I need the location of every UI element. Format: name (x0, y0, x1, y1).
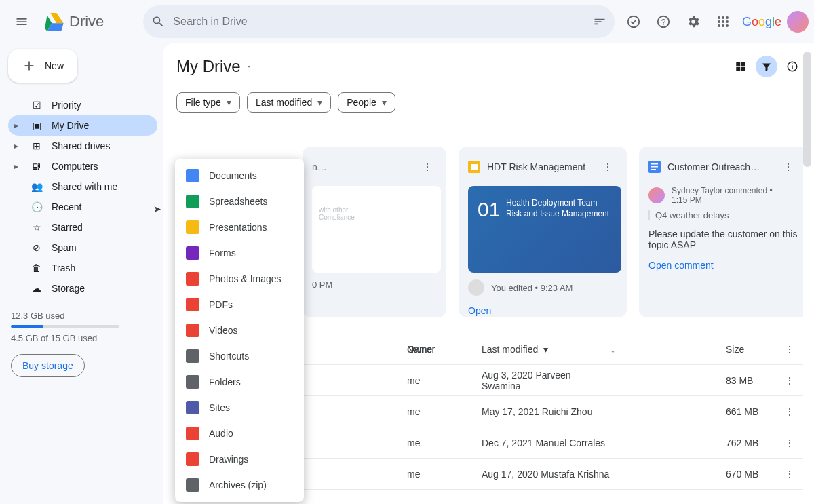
expand-icon: ▸ (11, 161, 22, 171)
filetype-option-archives-zip-[interactable]: Archives (zip) (175, 472, 304, 498)
filetype-option-pdfs[interactable]: PDFs (175, 292, 304, 317)
search-bar[interactable] (143, 5, 615, 38)
chip-last-modified[interactable]: Last modified▾ (247, 92, 331, 113)
filetype-option-spreadsheets[interactable]: Spreadsheets (175, 189, 304, 214)
more-icon[interactable]: ⋮ (776, 429, 803, 457)
ready-offline-icon[interactable] (620, 8, 647, 35)
sidebar-item-recent[interactable]: 🕓Recent (8, 197, 157, 217)
filetype-option-videos[interactable]: Videos (175, 317, 304, 343)
filetype-option-documents[interactable]: Documents (175, 163, 304, 189)
more-icon[interactable]: ⋮ (776, 398, 803, 425)
nav-label: Shared with me (52, 181, 117, 192)
sidebar-item-storage[interactable]: ☁Storage (8, 278, 157, 298)
avatar (468, 279, 484, 296)
filetype-icon (186, 324, 199, 337)
filetype-option-audio[interactable]: Audio (175, 421, 304, 446)
suggestion-card[interactable]: Customer Outreach… ⋮ Sydney Taylor comme… (639, 147, 803, 317)
svg-point-7 (722, 20, 724, 23)
more-icon[interactable]: ⋮ (776, 367, 803, 394)
drive-icon (43, 13, 64, 31)
col-sort[interactable]: ↓ (610, 344, 726, 355)
filetype-icon (186, 246, 199, 260)
svg-rect-20 (651, 169, 656, 170)
sidebar-item-priority[interactable]: ☑Priority (8, 95, 157, 115)
svg-rect-16 (471, 164, 478, 170)
more-icon[interactable]: ⋮ (776, 336, 803, 363)
filetype-icon (186, 401, 199, 414)
svg-point-11 (726, 24, 729, 27)
drive-logo[interactable]: Drive (43, 13, 104, 31)
col-owner[interactable]: Owner (407, 344, 482, 355)
sidebar-item-shared-drives[interactable]: ▸⊞Shared drives (8, 136, 157, 156)
nav-label: My Drive (52, 120, 89, 131)
filter-tune-icon[interactable] (593, 15, 606, 28)
sidebar-item-my-drive[interactable]: ▸▣My Drive (8, 115, 157, 136)
col-last-modified[interactable]: Last modified▾ (482, 344, 610, 355)
sidebar-item-shared-with-me[interactable]: 👥Shared with me (8, 176, 157, 197)
more-icon[interactable]: ⋮ (776, 461, 803, 488)
dropdown-arrow-icon (245, 62, 253, 71)
scrollbar[interactable] (803, 52, 811, 167)
view-filter-button[interactable] (756, 56, 777, 77)
sidebar-item-starred[interactable]: ☆Starred (8, 217, 157, 237)
filetype-icon (186, 169, 199, 182)
svg-point-5 (726, 16, 729, 19)
nav-label: Priority (52, 100, 81, 111)
filetype-option-shortcuts[interactable]: Shortcuts (175, 343, 304, 369)
filetype-option-folders[interactable]: Folders (175, 369, 304, 395)
nav-label: Storage (52, 283, 85, 294)
nav-icon: ☁ (30, 283, 43, 294)
svg-rect-13 (792, 66, 793, 69)
filetype-icon (186, 220, 199, 234)
suggestion-card[interactable]: HDT Risk Management ⋮ 01Health Deploymen… (459, 147, 627, 317)
filetype-option-drawings[interactable]: Drawings (175, 446, 304, 472)
sidebar-item-computers[interactable]: ▸🖳Computers (8, 156, 157, 176)
help-icon[interactable]: ? (650, 8, 677, 35)
chip-people[interactable]: People▾ (338, 92, 395, 113)
details-button[interactable] (781, 56, 803, 77)
account-avatar[interactable] (787, 11, 809, 33)
suggestion-card[interactable]: n… ⋮ with otherCompliance 0 PM (303, 147, 446, 317)
cursor-icon: ➤ (153, 203, 161, 214)
nav-label: Computers (52, 161, 98, 172)
search-input[interactable] (173, 16, 585, 28)
breadcrumb[interactable]: My Drive (176, 57, 253, 76)
nav-icon: 👥 (30, 181, 43, 192)
settings-icon[interactable] (680, 8, 707, 35)
filetype-option-presentations[interactable]: Presentations (175, 214, 304, 240)
card-open-button[interactable]: Open (468, 305, 621, 316)
new-button-label: New (45, 60, 64, 71)
nav-icon: ⊞ (30, 140, 43, 151)
more-icon[interactable]: ⋮ (594, 153, 621, 180)
more-icon[interactable]: ⋮ (414, 153, 441, 180)
menu-button[interactable] (8, 8, 35, 35)
layout-grid-button[interactable] (730, 56, 752, 77)
avatar (648, 187, 665, 203)
google-logo: Google (742, 15, 781, 29)
apps-icon[interactable] (710, 8, 737, 35)
new-button[interactable]: New (8, 49, 77, 83)
more-icon[interactable]: ⋮ (775, 153, 802, 180)
filetype-option-sites[interactable]: Sites (175, 395, 304, 421)
nav-label: Recent (52, 201, 81, 212)
filetype-option-photos-images[interactable]: Photos & Images (175, 266, 304, 292)
chevron-down-icon: ▾ (543, 344, 548, 355)
sidebar-item-trash[interactable]: 🗑Trash (8, 258, 157, 278)
col-size[interactable]: Size (726, 344, 776, 355)
svg-text:?: ? (661, 18, 666, 27)
plus-icon (22, 58, 37, 73)
expand-icon: ▸ (11, 141, 22, 151)
svg-rect-19 (651, 166, 658, 168)
nav-icon: 🗑 (30, 263, 43, 273)
chevron-down-icon: ▾ (382, 97, 387, 108)
filetype-option-forms[interactable]: Forms (175, 240, 304, 266)
chip-file-type[interactable]: File type▾ (176, 92, 240, 113)
buy-storage-button[interactable]: Buy storage (11, 354, 85, 377)
filetype-icon (186, 272, 199, 286)
card-title: Customer Outreach… (667, 161, 760, 172)
card-open-comment-button[interactable]: Open comment (648, 260, 802, 271)
nav-icon: 🕓 (30, 201, 43, 212)
comment-body: Please update the customer on this topic… (648, 229, 802, 250)
filetype-icon (186, 349, 199, 363)
sidebar-item-spam[interactable]: ⊘Spam (8, 237, 157, 258)
